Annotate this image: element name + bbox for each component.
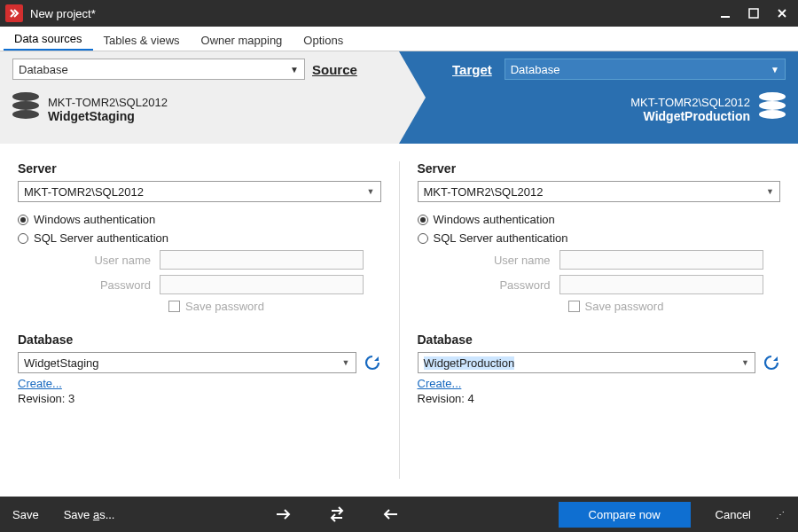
source-server-dropdown[interactable]: MKT-TOMR2\SQL2012 ▼ bbox=[18, 181, 381, 202]
source-form: Server MKT-TOMR2\SQL2012 ▼ Windows authe… bbox=[0, 161, 399, 479]
server-section-label: Server bbox=[418, 161, 781, 176]
target-server-dropdown[interactable]: MKT-TOMR2\SQL2012 ▼ bbox=[418, 181, 781, 202]
minimize-button[interactable] bbox=[713, 4, 738, 23]
target-auth-windows-radio[interactable]: Windows authentication bbox=[418, 213, 781, 226]
tabstrip: Data sources Tables & views Owner mappin… bbox=[0, 27, 798, 51]
server-section-label: Server bbox=[18, 161, 381, 176]
tab-data-sources[interactable]: Data sources bbox=[4, 27, 93, 51]
username-label: User name bbox=[18, 254, 160, 267]
source-target-header: Database ▼ Source MKT-TOMR2\SQL2012 Widg… bbox=[0, 51, 798, 144]
caret-down-icon: ▼ bbox=[367, 187, 375, 196]
target-save-password-checkbox bbox=[568, 301, 580, 312]
source-auth-windows-radio[interactable]: Windows authentication bbox=[18, 213, 381, 226]
target-form: Server MKT-TOMR2\SQL2012 ▼ Windows authe… bbox=[400, 161, 799, 479]
maximize-button[interactable] bbox=[741, 4, 766, 23]
titlebar: New project* bbox=[0, 0, 798, 27]
tab-tables-views[interactable]: Tables & views bbox=[93, 29, 191, 51]
source-password-input bbox=[160, 275, 364, 294]
resize-grip[interactable]: ⋰ bbox=[776, 510, 786, 520]
target-database-dropdown[interactable]: WidgetProduction ▼ bbox=[418, 352, 756, 373]
radio-icon bbox=[418, 233, 428, 244]
source-create-link[interactable]: Create... bbox=[18, 377, 62, 390]
copy-right-button[interactable] bbox=[270, 508, 298, 520]
window-title: New project* bbox=[30, 7, 713, 20]
tab-owner-mapping[interactable]: Owner mapping bbox=[191, 29, 293, 51]
source-server-name: MKT-TOMR2\SQL2012 bbox=[48, 96, 387, 109]
password-label: Password bbox=[18, 278, 160, 292]
radio-label: Windows authentication bbox=[34, 213, 155, 226]
source-database-dropdown[interactable]: WidgetStaging ▼ bbox=[18, 352, 356, 373]
source-database-name: WidgetStaging bbox=[48, 109, 387, 123]
form-area: Server MKT-TOMR2\SQL2012 ▼ Windows authe… bbox=[0, 144, 798, 479]
target-auth-sql-radio[interactable]: SQL Server authentication bbox=[418, 231, 781, 245]
arrow-divider bbox=[399, 51, 426, 144]
target-revision: Revision: 4 bbox=[418, 392, 781, 405]
cancel-button[interactable]: Cancel bbox=[716, 508, 751, 521]
source-revision: Revision: 3 bbox=[18, 392, 381, 405]
bottombar: Save Save as... Compare now Cancel ⋰ bbox=[0, 497, 798, 532]
radio-icon bbox=[418, 215, 428, 225]
target-type-dropdown[interactable]: Database ▼ bbox=[505, 59, 786, 80]
target-server-value: MKT-TOMR2\SQL2012 bbox=[424, 185, 544, 199]
database-section-label: Database bbox=[418, 332, 781, 347]
target-heading: Target bbox=[452, 62, 492, 77]
save-password-label: Save password bbox=[185, 300, 264, 313]
source-database-value: WidgetStaging bbox=[24, 356, 99, 370]
target-panel: Target Database ▼ MKT-TOMR2\SQL2012 Widg… bbox=[399, 51, 798, 144]
caret-down-icon: ▼ bbox=[290, 65, 299, 74]
tab-options[interactable]: Options bbox=[293, 29, 354, 51]
target-database-name: WidgetProduction bbox=[411, 109, 750, 123]
source-refresh-button[interactable] bbox=[364, 354, 381, 372]
compare-now-button[interactable]: Compare now bbox=[559, 502, 691, 528]
username-label: User name bbox=[418, 254, 559, 267]
radio-icon bbox=[18, 215, 28, 225]
save-as-button[interactable]: Save as... bbox=[64, 508, 115, 521]
radio-label: SQL Server authentication bbox=[34, 231, 168, 245]
source-heading: Source bbox=[312, 62, 357, 77]
target-password-input bbox=[559, 275, 763, 294]
svg-rect-1 bbox=[749, 9, 758, 18]
caret-down-icon: ▼ bbox=[342, 358, 350, 367]
caret-down-icon: ▼ bbox=[766, 187, 774, 196]
source-save-password-checkbox bbox=[168, 301, 180, 312]
source-type-dropdown[interactable]: Database ▼ bbox=[12, 59, 305, 80]
source-username-input bbox=[160, 250, 364, 270]
radio-label: SQL Server authentication bbox=[434, 231, 568, 245]
svg-rect-0 bbox=[721, 16, 730, 18]
target-database-value: WidgetProduction bbox=[424, 356, 515, 370]
caret-down-icon: ▼ bbox=[771, 65, 779, 74]
save-button[interactable]: Save bbox=[12, 508, 39, 521]
radio-label: Windows authentication bbox=[434, 213, 555, 226]
swap-button[interactable] bbox=[323, 506, 351, 522]
save-password-label: Save password bbox=[585, 300, 664, 313]
radio-icon bbox=[18, 233, 28, 244]
source-auth-sql-radio[interactable]: SQL Server authentication bbox=[18, 231, 381, 245]
target-refresh-button[interactable] bbox=[763, 354, 780, 372]
source-type-value: Database bbox=[19, 63, 68, 76]
copy-left-button[interactable] bbox=[376, 508, 404, 520]
target-server-name: MKT-TOMR2\SQL2012 bbox=[411, 96, 750, 109]
database-icon bbox=[12, 92, 39, 126]
database-section-label: Database bbox=[18, 332, 381, 347]
password-label: Password bbox=[418, 278, 559, 292]
target-type-value: Database bbox=[511, 63, 560, 76]
app-icon bbox=[5, 4, 23, 22]
database-icon bbox=[759, 92, 786, 126]
target-username-input bbox=[559, 250, 763, 270]
close-button[interactable] bbox=[770, 4, 794, 23]
caret-down-icon: ▼ bbox=[741, 358, 749, 367]
source-panel: Database ▼ Source MKT-TOMR2\SQL2012 Widg… bbox=[0, 51, 399, 144]
target-create-link[interactable]: Create... bbox=[418, 377, 462, 390]
source-server-value: MKT-TOMR2\SQL2012 bbox=[24, 185, 144, 199]
